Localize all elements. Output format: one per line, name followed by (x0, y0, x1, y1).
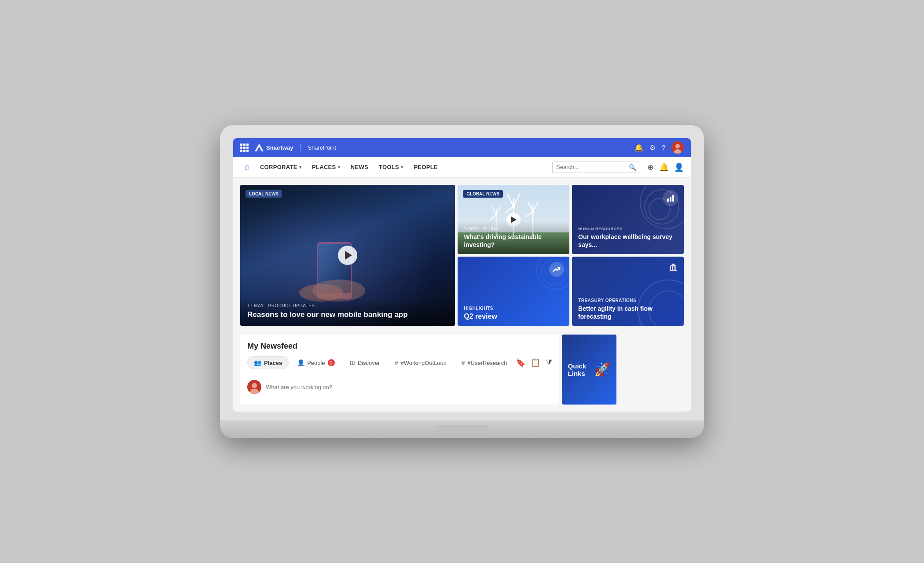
alert-bell-icon[interactable]: 🔔 (659, 162, 669, 172)
newsfeed-section: My Newsfeed 👥 Places 👤 People 2 (240, 335, 559, 405)
svg-rect-31 (672, 266, 673, 270)
add-icon[interactable]: ⊕ (647, 162, 654, 172)
sustainable-investing-title: What's driving sustainable investing? (464, 233, 563, 249)
newsfeed-title: My Newsfeed (247, 342, 552, 351)
sharepoint-label: SharePoint (308, 144, 336, 151)
svg-point-16 (512, 205, 515, 208)
hero-news-card[interactable]: LOCAL NEWS 17 MAY · PRODUCT UPDATES Reas… (240, 185, 455, 326)
home-nav-item[interactable]: ⌂ (240, 160, 254, 174)
people-nav-item[interactable]: PEOPLE (409, 161, 442, 173)
bookmark-icon[interactable]: 🔖 (516, 358, 525, 368)
search-input[interactable] (556, 164, 626, 170)
places-nav-item[interactable]: PLACES ▾ (308, 161, 345, 173)
people-tab-icon: 👤 (297, 359, 304, 366)
people-tab-badge: 2 (328, 359, 335, 366)
list-icon[interactable]: 📋 (531, 358, 540, 368)
quick-links-title: Quick Links (568, 362, 594, 377)
discover-tab[interactable]: ⊞ Discover (343, 356, 387, 369)
user-avatar[interactable] (671, 141, 684, 154)
home-icon: ⌂ (245, 162, 249, 172)
svg-rect-30 (670, 266, 671, 270)
svg-rect-32 (674, 266, 675, 270)
q2-review-card[interactable]: HIGHLIGHTS Q2 review (458, 257, 569, 326)
tools-nav-item[interactable]: TOOLS ▾ (374, 161, 407, 173)
user-research-hash: # (462, 360, 465, 366)
svg-rect-29 (672, 195, 674, 202)
top-bar: Smartway SharePoint 🔔 ⚙ ? (233, 138, 691, 157)
wellbeing-card-title: Our workplace wellbeing survey says... (578, 233, 678, 249)
hr-card-category: HUMAN RESOURCES (578, 227, 678, 231)
chart-icon (663, 190, 678, 206)
laptop-container: Smartway SharePoint 🔔 ⚙ ? (220, 125, 704, 438)
post-input[interactable] (266, 384, 552, 390)
settings-gear-icon[interactable]: ⚙ (649, 144, 656, 152)
screen: Smartway SharePoint 🔔 ⚙ ? (233, 138, 691, 412)
laptop-trackpad (436, 425, 488, 434)
svg-marker-35 (670, 263, 677, 266)
places-tab-icon: 👥 (254, 359, 261, 366)
working-out-loud-tab[interactable]: # #WorkingOutLoud (388, 357, 453, 369)
quick-links-card[interactable]: Quick Links 🚀 (562, 335, 617, 405)
news-grid: LOCAL NEWS 17 MAY · PRODUCT UPDATES Reas… (240, 185, 684, 326)
post-input-area (247, 376, 552, 397)
working-out-loud-label: #WorkingOutLoud (401, 360, 447, 366)
global-news-badge: GLOBAL NEWS (463, 190, 503, 198)
svg-rect-34 (670, 270, 677, 271)
treasury-category-label: TREASURY OPERATIONS (578, 298, 678, 303)
wellbeing-card[interactable]: HUMAN RESOURCES Our workplace wellbeing … (572, 185, 684, 254)
help-question-icon[interactable]: ? (662, 144, 665, 151)
newsfeed-tabs: 👥 Places 👤 People 2 ⊞ Discover (247, 356, 552, 369)
corporate-chevron-icon: ▾ (299, 165, 301, 169)
svg-rect-28 (670, 197, 671, 202)
trending-up-icon (549, 262, 564, 277)
rocket-icon: 🚀 (594, 362, 610, 377)
corporate-nav-item[interactable]: CORPORATE ▾ (256, 161, 306, 173)
places-chevron-icon: ▾ (338, 165, 340, 169)
svg-point-3 (675, 144, 680, 148)
notification-bell-icon[interactable]: 🔔 (634, 144, 643, 152)
treasury-card-title: Better agility in cash flow forecasting (578, 305, 678, 320)
bank-icon (669, 262, 678, 274)
laptop-base (220, 420, 704, 438)
user-research-label: #UserResearch (467, 360, 507, 366)
people-tab[interactable]: 👤 People 2 (290, 356, 341, 369)
q2-card-title: Q2 review (464, 313, 563, 320)
waffle-menu-icon[interactable] (240, 144, 249, 152)
smartway-logo-icon (254, 143, 264, 152)
q2-category-label: HIGHLIGHTS (464, 306, 563, 311)
user-research-tab[interactable]: # #UserResearch (455, 357, 514, 369)
hero-card-meta: 17 MAY · PRODUCT UPDATES (247, 303, 448, 308)
hero-card-title: Reasons to love our new mobile banking a… (247, 310, 448, 320)
working-out-loud-hash: # (395, 360, 398, 366)
play-button[interactable] (338, 246, 357, 265)
news-nav-item[interactable]: NEWS (346, 161, 373, 173)
places-tab[interactable]: 👥 Places (247, 356, 289, 369)
discover-tab-label: Discover (358, 360, 380, 366)
people-tab-label: People (307, 360, 325, 366)
logo-text: Smartway (266, 144, 293, 151)
local-news-badge: LOCAL NEWS (246, 190, 282, 198)
profile-icon[interactable]: 👤 (674, 162, 684, 172)
svg-rect-33 (675, 266, 676, 270)
svg-rect-27 (667, 199, 669, 202)
search-box[interactable]: 🔍 (552, 162, 640, 173)
main-content: LOCAL NEWS 17 MAY · PRODUCT UPDATES Reas… (233, 178, 691, 412)
svg-point-37 (252, 383, 257, 388)
svg-point-26 (495, 214, 497, 216)
svg-point-21 (532, 210, 534, 213)
search-icon: 🔍 (629, 164, 636, 171)
hero-card-content: 17 MAY · PRODUCT UPDATES Reasons to love… (240, 297, 455, 326)
sustainable-investing-meta: 17 MAY · GLOBAL (464, 226, 563, 231)
nav-bar: ⌂ CORPORATE ▾ PLACES ▾ NEWS TOOLS ▾ PEOP… (233, 157, 691, 178)
tools-chevron-icon: ▾ (401, 165, 403, 169)
newsfeed-actions: 🔖 📋 ⧩ (516, 358, 552, 368)
filter-icon[interactable]: ⧩ (546, 358, 552, 368)
treasury-card[interactable]: TREASURY OPERATIONS Better agility in ca… (572, 257, 684, 326)
places-tab-label: Places (264, 360, 282, 366)
discover-tab-icon: ⊞ (350, 359, 355, 366)
bottom-row: My Newsfeed 👥 Places 👤 People 2 (240, 335, 684, 405)
current-user-avatar (247, 380, 261, 394)
sustainable-investing-card[interactable]: GLOBAL NEWS 17 MAY · GLOBAL What's drivi… (458, 185, 569, 254)
